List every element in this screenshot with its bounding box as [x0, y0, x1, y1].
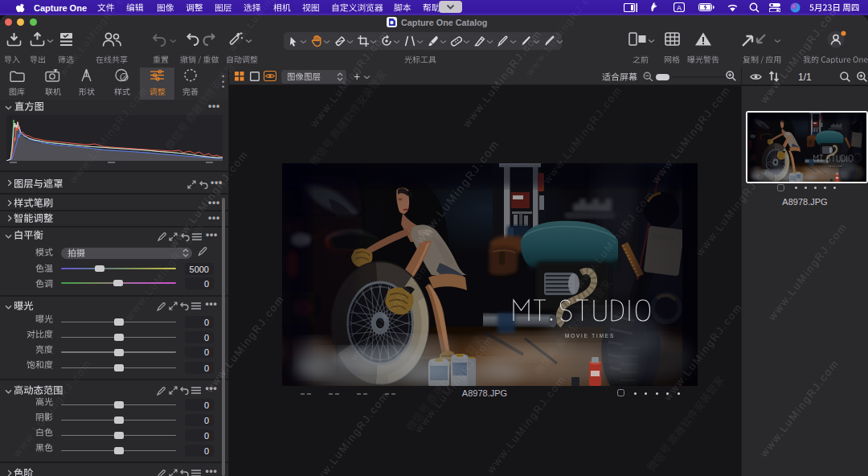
svg-text:A: A: [677, 4, 682, 12]
